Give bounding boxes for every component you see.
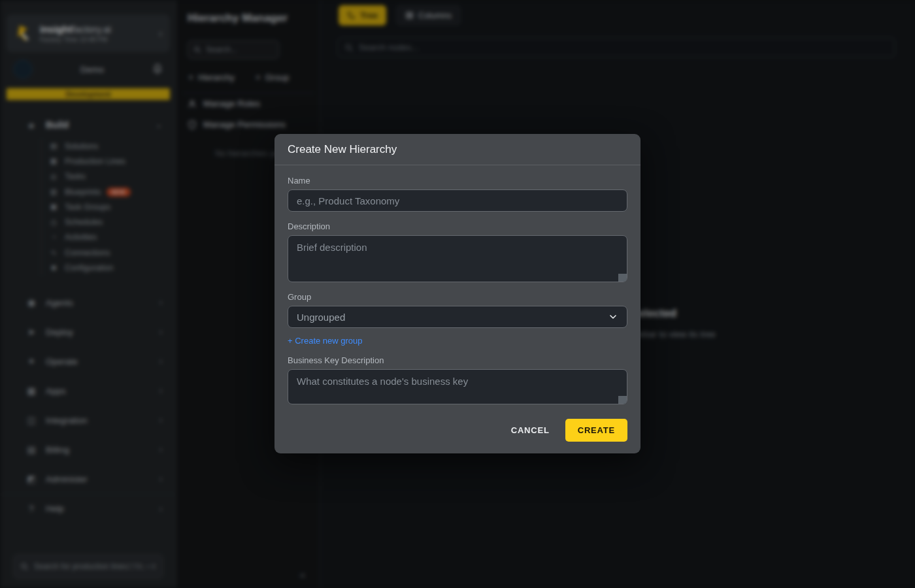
name-input[interactable]: [288, 189, 627, 212]
chevron-down-icon: [608, 312, 618, 322]
description-label: Description: [288, 221, 627, 231]
create-hierarchy-modal: Create New Hierarchy Name Description Gr…: [274, 134, 640, 453]
create-new-group-link[interactable]: + Create new group: [288, 336, 363, 346]
group-select-value: Ungrouped: [297, 312, 608, 323]
modal-body: Name Description Group Ungrouped: [274, 165, 640, 453]
business-key-field-group: Business Key Description: [288, 355, 627, 404]
resize-grip[interactable]: [618, 274, 627, 282]
group-field-group: Group Ungrouped: [288, 292, 627, 328]
create-button[interactable]: CREATE: [565, 419, 627, 442]
business-key-textarea[interactable]: [288, 369, 627, 404]
modal-title: Create New Hierarchy: [288, 143, 397, 156]
group-select[interactable]: Ungrouped: [288, 306, 627, 328]
name-field-group: Name: [288, 176, 627, 212]
group-label: Group: [288, 292, 627, 302]
modal-header: Create New Hierarchy: [274, 134, 640, 165]
resize-grip[interactable]: [618, 396, 627, 404]
name-label: Name: [288, 176, 627, 186]
description-textarea[interactable]: [288, 235, 627, 282]
cancel-button[interactable]: CANCEL: [511, 425, 550, 435]
app-root: insightfactory.ai Factory Time 10:48 PM …: [0, 0, 915, 588]
business-key-label: Business Key Description: [288, 355, 627, 365]
modal-footer: CANCEL CREATE: [288, 419, 627, 442]
description-field-group: Description: [288, 221, 627, 282]
